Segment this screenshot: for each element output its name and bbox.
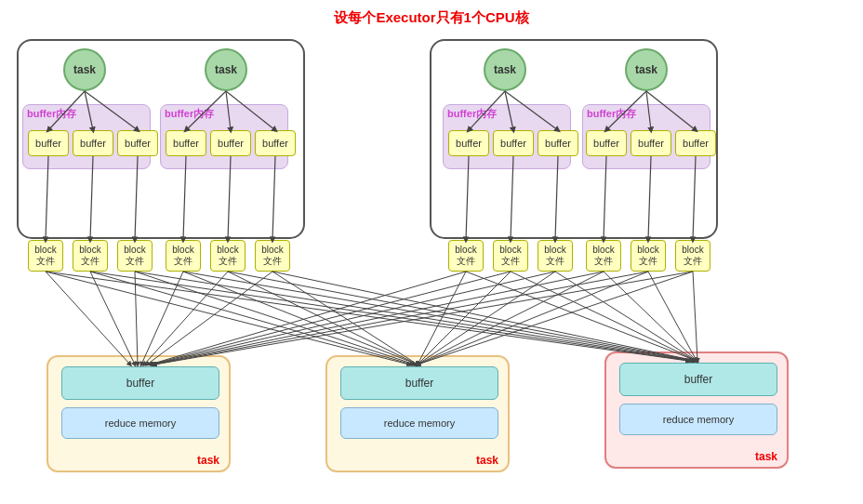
svg-line-34 xyxy=(153,272,648,365)
svg-line-47 xyxy=(418,272,693,365)
svg-line-39 xyxy=(183,272,418,365)
buffer-box-8: buffer xyxy=(493,130,534,156)
reduce-box-3: buffer reduce memory task xyxy=(604,351,789,469)
reduce-buffer-1: buffer xyxy=(61,366,219,400)
buffer-box-2: buffer xyxy=(73,130,113,156)
block-5: block文件 xyxy=(210,240,246,272)
buffer-box-5: buffer xyxy=(210,130,251,156)
svg-line-48 xyxy=(46,272,688,361)
block-11: block文件 xyxy=(631,240,666,272)
svg-line-43 xyxy=(418,272,511,365)
reduce-memory-3: reduce memory xyxy=(619,404,777,435)
task-node-1: task xyxy=(63,48,106,91)
svg-line-31 xyxy=(151,272,511,365)
svg-line-28 xyxy=(144,272,228,365)
buffer-box-4: buffer xyxy=(166,130,206,156)
block-8: block文件 xyxy=(493,240,528,272)
block-12: block文件 xyxy=(675,240,710,272)
reduce-memory-2: reduce memory xyxy=(340,407,498,439)
block-6: block文件 xyxy=(255,240,290,272)
svg-line-56 xyxy=(555,272,697,361)
buffer-box-10: buffer xyxy=(586,130,627,156)
svg-line-30 xyxy=(150,272,466,365)
block-7: block文件 xyxy=(448,240,484,272)
svg-line-49 xyxy=(90,272,690,361)
reduce-memory-1: reduce memory xyxy=(61,407,219,439)
reduce-buffer-3: buffer xyxy=(619,363,777,396)
buffer-box-6: buffer xyxy=(255,130,296,156)
buffer-box-3: buffer xyxy=(117,130,158,156)
svg-line-24 xyxy=(46,272,130,365)
svg-line-33 xyxy=(153,272,604,365)
block-3: block文件 xyxy=(117,240,153,272)
svg-line-35 xyxy=(154,272,693,365)
svg-line-50 xyxy=(135,272,692,361)
svg-line-54 xyxy=(466,272,697,361)
svg-line-45 xyxy=(418,272,604,365)
svg-line-55 xyxy=(511,272,697,361)
svg-line-32 xyxy=(152,272,555,365)
block-9: block文件 xyxy=(538,240,573,272)
task-node-4: task xyxy=(625,48,668,91)
block-10: block文件 xyxy=(586,240,621,272)
buffer-box-1: buffer xyxy=(28,130,69,156)
diagram: 设每个Executor只有1个CPU核 task task task task … xyxy=(0,0,863,504)
svg-line-58 xyxy=(648,272,697,361)
svg-line-38 xyxy=(135,272,415,365)
block-1: block文件 xyxy=(28,240,63,272)
reduce-box-1: buffer reduce memory task xyxy=(46,355,231,472)
svg-line-44 xyxy=(418,272,555,365)
svg-line-42 xyxy=(418,272,466,365)
svg-line-37 xyxy=(90,272,412,365)
svg-line-36 xyxy=(46,272,409,365)
svg-line-59 xyxy=(693,272,697,361)
block-2: block文件 xyxy=(73,240,108,272)
buffer-box-9: buffer xyxy=(538,130,578,156)
reduce-buffer-2: buffer xyxy=(340,366,498,400)
svg-line-26 xyxy=(135,272,138,365)
svg-line-25 xyxy=(90,272,135,365)
buffer-box-7: buffer xyxy=(448,130,489,156)
svg-line-27 xyxy=(141,272,183,365)
page-title: 设每个Executor只有1个CPU核 xyxy=(9,9,854,27)
reduce-task-label-3: task xyxy=(755,450,777,463)
block-4: block文件 xyxy=(166,240,201,272)
svg-line-57 xyxy=(604,272,697,361)
svg-line-40 xyxy=(228,272,418,365)
task-node-3: task xyxy=(484,48,526,91)
svg-line-41 xyxy=(272,272,418,365)
svg-line-46 xyxy=(418,272,648,365)
reduce-task-label-2: task xyxy=(476,454,498,467)
buffer-box-11: buffer xyxy=(631,130,671,156)
reduce-task-label-1: task xyxy=(197,454,219,467)
reduce-box-2: buffer reduce memory task xyxy=(325,355,510,472)
task-node-2: task xyxy=(205,48,247,91)
svg-line-51 xyxy=(183,272,694,361)
svg-line-29 xyxy=(147,272,272,365)
buffer-box-12: buffer xyxy=(675,130,716,156)
svg-line-52 xyxy=(228,272,695,361)
svg-line-53 xyxy=(272,272,696,361)
